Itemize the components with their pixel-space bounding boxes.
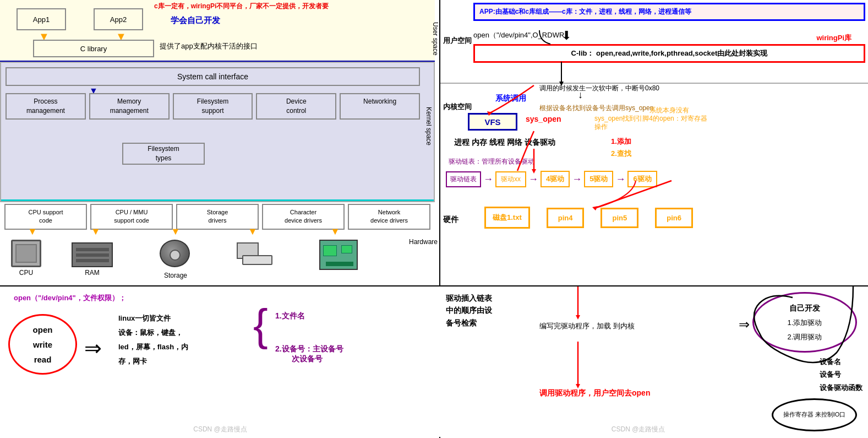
kernel-sub-row: Processmanagement Memorymanagement Files… xyxy=(6,93,420,120)
driver-chain-label: 驱动链表：管理所有设备驱动 xyxy=(449,157,534,166)
main-container: User space c库一定有，wiringPi不同平台，厂家不一定提供，开发… xyxy=(0,0,868,438)
driver-box-chain: 驱动链表 xyxy=(446,171,481,187)
num2-devnum: 2.设备号：主设备号 次设备号 xyxy=(275,344,343,364)
circuit-hw-item xyxy=(319,240,358,270)
driver-box-5: 5驱动 xyxy=(584,171,613,187)
cyan-line xyxy=(1,199,434,201)
find-note: 2.查找 xyxy=(611,149,631,159)
kernel-sub-filesystem: Filesystemsupport xyxy=(173,93,253,120)
csdn-watermark-left: CSDN @走路慢点 xyxy=(193,425,247,434)
hw-boxes-row: 磁盘1.txt pin4 pin5 pin6 xyxy=(484,207,865,229)
app1-box: App1 xyxy=(17,8,66,30)
driver-cpu-support: CPU supportcode xyxy=(4,204,87,230)
driver-box-6: 6驱动 xyxy=(627,171,657,187)
arrow-kernel-down: ↓ xyxy=(578,89,583,101)
driver-storage: Storagedrivers xyxy=(176,204,259,230)
arrow-chain-2: → xyxy=(528,174,538,185)
svg-marker-9 xyxy=(576,384,580,388)
open-oval: open write read xyxy=(8,314,77,375)
call-driver-note: 调用驱动程序，用户空间去open xyxy=(539,388,650,398)
process-list-right: 进程 内存 线程 网络 设备驱动 xyxy=(454,138,555,148)
add-note: 1.添加 xyxy=(611,137,631,147)
cpu-hw-item: CPU xyxy=(11,240,41,277)
driver-row: CPU supportcode CPU / MMUsupport code St… xyxy=(0,204,435,230)
dev-labels: 设备名 设备号 设备驱动函数 xyxy=(820,355,862,394)
operation-note: 操作 xyxy=(594,122,608,132)
hw-arrow2: ▼ xyxy=(91,226,101,237)
op-reg-oval: 操作寄存器 来控制IO口 xyxy=(772,398,857,431)
right-top: 用户空间 APP:由基础c和c库组成——c库：文件，进程，线程，网络，进程通信等… xyxy=(440,0,868,286)
driver-network: Networkdevice drivers xyxy=(348,204,430,230)
left-bottom: open（"/dev/pin4"，文件权限）； open write read … xyxy=(0,286,440,437)
hardware-right-label: 硬件 xyxy=(443,215,458,225)
syscall-box: System call interface xyxy=(6,67,420,86)
ram-hw-item: RAM xyxy=(72,242,113,277)
hw-arrow5: ▼ xyxy=(330,226,340,237)
app-box-right: APP:由基础c和c库组成——c库：文件，进程，线程，网络，进程通信等 xyxy=(473,3,865,21)
syscall-label-right: 系统调用 xyxy=(495,94,526,104)
soft-interrupt-note: 调用的时候发生一次软中断，中断号0x80 xyxy=(539,84,659,93)
hw-box-pin6: pin6 xyxy=(655,208,693,228)
hw-arrow4: ▼ xyxy=(248,226,258,237)
hw-box-disk: 磁盘1.txt xyxy=(484,207,530,229)
hw-box-pin5: pin5 xyxy=(600,208,638,228)
driver-chain-row: 驱动链表 → 驱动xx → 4驱动 → 5驱动 → 6驱动 xyxy=(446,171,865,187)
open-call-right: open（"/dev/pin4",O_RDWR） xyxy=(473,30,571,40)
system-no-note: 系统本身没有 xyxy=(649,106,689,115)
linux-notes: linux一切皆文件 设备：鼠标，键盘， led，屏幕，flash，内 存，网卡 xyxy=(118,311,188,369)
kernel-space-right-label: 内核空间 xyxy=(443,102,472,112)
purple-brace: { xyxy=(253,303,268,347)
driver-insert-label: 驱动插入链表 中的顺序由设 备号检索 xyxy=(446,292,492,329)
arrow-chain-1: → xyxy=(483,174,493,185)
sys-open-note: sys_open找到引脚4的open：对寄存器 xyxy=(594,114,707,123)
hw-box-pin4: pin4 xyxy=(547,208,585,228)
right-bottom-content: 驱动插入链表 中的顺序由设 备号检索 编写完驱动程序，加载 到内核 调用驱动程序… xyxy=(440,286,868,437)
self-dev-oval: 自己开发 1.添加驱动 2.调用驱动 xyxy=(752,292,857,353)
left-bottom-content: open（"/dev/pin4"，文件权限）； open write read … xyxy=(0,286,440,437)
find-device-note: 根据设备名找到设备号去调用sys_open xyxy=(539,104,653,113)
storage-hw-item: Storage xyxy=(160,240,192,279)
hardware-label: Hardware xyxy=(409,238,438,246)
fs-types-box: Filesystemtypes xyxy=(122,143,205,165)
user-space-right-label: 用户空间 xyxy=(443,36,472,46)
user-space-label: User space xyxy=(432,22,439,56)
arrow-right-large: ⇒ xyxy=(84,336,102,360)
left-top-diagram: User space c库一定有，wiringPi不同平台，厂家不一定提供，开发… xyxy=(0,0,440,286)
hw-arrow3: ▼ xyxy=(171,226,181,237)
clibrary-box: C library xyxy=(33,40,154,57)
vfs-box: VFS xyxy=(468,113,517,131)
svg-marker-7 xyxy=(576,315,580,320)
kernel-sub-memory: Memorymanagement xyxy=(89,93,170,120)
kernel-space-label: Kernel space xyxy=(425,107,433,145)
left-panel: User space c库一定有，wiringPi不同平台，厂家不一定提供，开发… xyxy=(0,0,440,438)
wiring-pi-label: wiringPi库 xyxy=(816,33,851,43)
red-annotation-top: c库一定有，wiringPi不同平台，厂家不一定提供，开发者要 xyxy=(154,1,374,11)
app2-box: App2 xyxy=(94,8,143,30)
arrow-chain-4: → xyxy=(615,174,625,185)
provide-annotation: 提供了app支配内核干活的接口 xyxy=(160,41,258,51)
num1-filename: 1.文件名 xyxy=(275,311,305,321)
input-hw-item xyxy=(237,240,275,267)
kernel-space-area: Kernel space System call interface ▼ Pro… xyxy=(0,62,435,202)
driver-box-xx: 驱动xx xyxy=(495,171,526,187)
csdn-watermark-right: CSDN @走路慢点 xyxy=(612,425,665,434)
kernel-sub-device: Devicecontrol xyxy=(256,93,336,120)
kernel-sub-process: Processmanagement xyxy=(6,93,86,120)
kernel-sub-network: Networking xyxy=(340,93,420,120)
arrow-to-clib: ⬇ xyxy=(561,29,571,43)
driver-box-4: 4驱动 xyxy=(541,171,570,187)
open-call-purple: open（"/dev/pin4"，文件权限）； xyxy=(14,293,126,303)
sys-open-label: sys_open xyxy=(526,115,561,123)
arrow-chain-3: → xyxy=(572,174,582,185)
driver-cpu-mmu: CPU / MMUsupport code xyxy=(90,204,173,230)
clib-box-right: C-lib： open,read,write,fork,pthread,sock… xyxy=(473,44,865,63)
hw-arrow1: ▼ xyxy=(28,226,37,237)
blue-annotation: 学会自己开发 xyxy=(171,15,220,26)
right-panel: 用户空间 APP:由基础c和c库组成——c库：文件，进程，线程，网络，进程通信等… xyxy=(440,0,868,438)
arrow-self-dev: ⇒ xyxy=(739,317,750,332)
write-driver-note: 编写完驱动程序，加载 到内核 xyxy=(539,320,635,332)
